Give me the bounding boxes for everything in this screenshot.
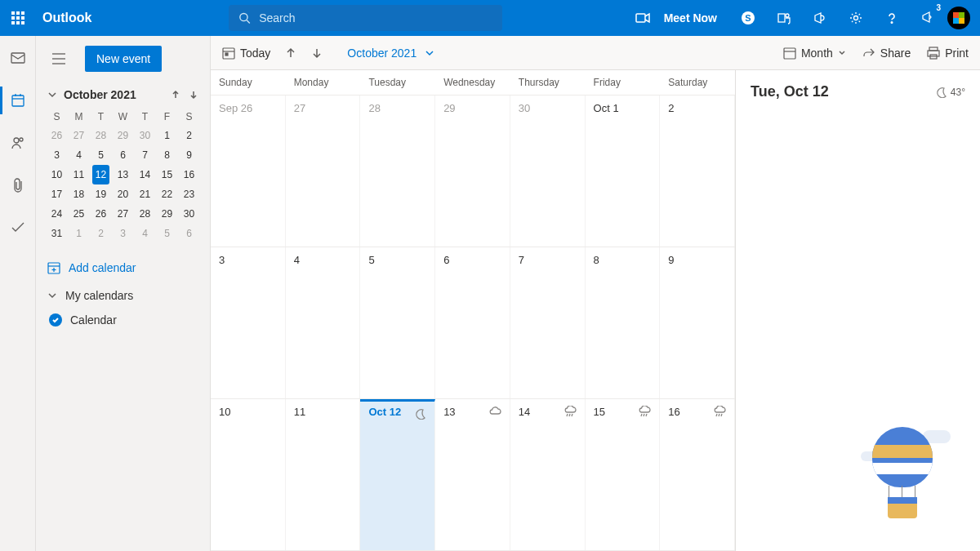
mini-day[interactable]: 28 [90,126,112,145]
day-cell[interactable]: 9 [660,247,735,398]
day-cell[interactable]: 6 [435,247,510,398]
mini-day[interactable]: 2 [90,224,112,243]
day-cell[interactable]: 7 [510,247,586,398]
mini-day[interactable]: 26 [46,126,68,145]
teams-icon[interactable] [766,0,802,36]
mini-day[interactable]: 21 [134,184,156,204]
mini-day[interactable]: 27 [112,204,134,224]
skype-icon[interactable]: S [730,0,766,36]
mini-day[interactable]: 18 [68,184,90,204]
mini-day[interactable]: 3 [112,224,134,243]
rail-files[interactable] [0,175,36,196]
day-cell[interactable]: 14 [510,399,586,550]
day-cell[interactable]: Oct 12 [360,399,435,550]
month-picker[interactable]: October 2021 [347,47,434,60]
hamburger-button[interactable] [46,46,72,72]
print-button[interactable]: Print [927,47,969,60]
day-cell[interactable]: 11 [286,399,361,550]
mini-day[interactable]: 20 [112,184,134,204]
mini-day[interactable]: 22 [156,184,178,204]
account-avatar[interactable] [947,7,970,29]
day-cell[interactable]: 10 [211,399,286,550]
day-cell[interactable]: 15 [586,399,661,550]
search-box[interactable] [229,5,502,31]
day-number: 5 [368,254,374,266]
mini-day[interactable]: 9 [178,145,200,165]
share-button[interactable]: Share [862,47,911,60]
day-cell[interactable]: 4 [286,247,361,398]
mini-day[interactable]: 4 [68,145,90,165]
help-icon[interactable] [874,0,910,36]
notification-icon[interactable]: 3 [910,0,946,36]
day-cell[interactable]: 29 [435,96,510,247]
mini-day[interactable]: 27 [68,126,90,145]
mini-prev-button[interactable] [171,90,180,100]
panel-date: Tue, Oct 12 [751,83,829,100]
mini-day[interactable]: 2 [178,126,200,145]
day-cell[interactable]: 8 [586,247,661,398]
mini-day[interactable]: 14 [134,165,156,184]
meet-now-label[interactable]: Meet Now [664,11,717,24]
mini-day[interactable]: 5 [90,145,112,165]
chevron-down-icon[interactable] [47,90,57,100]
mini-next-button[interactable] [189,90,198,100]
day-number: Oct 1 [594,102,619,114]
mini-day[interactable]: 29 [112,126,134,145]
meet-now-icon[interactable] [625,0,661,36]
mini-day[interactable]: 8 [156,145,178,165]
day-number: 27 [294,102,305,114]
mini-day[interactable]: 30 [134,126,156,145]
mini-day[interactable]: 1 [156,126,178,145]
mini-day[interactable]: 23 [178,184,200,204]
next-button[interactable] [311,47,323,59]
mini-day[interactable]: 4 [134,224,156,243]
rail-calendar[interactable] [0,90,36,111]
calendar-list-item[interactable]: Calendar [46,313,200,327]
day-cell[interactable]: 5 [360,247,435,398]
search-input[interactable] [259,11,492,24]
mini-day[interactable]: 10 [46,165,68,184]
mini-day[interactable]: 24 [46,204,68,224]
today-button[interactable]: Today [222,47,270,60]
mini-day[interactable]: 26 [90,204,112,224]
day-cell[interactable]: 28 [360,96,435,247]
mini-day[interactable]: 25 [68,204,90,224]
rail-todo[interactable] [0,217,36,238]
mini-day[interactable]: 16 [178,165,200,184]
mini-day[interactable]: 15 [156,165,178,184]
day-cell[interactable]: 16 [660,399,735,550]
day-cell[interactable]: Oct 1 [586,96,661,247]
mini-day[interactable]: 12 [92,165,109,184]
my-calendars-header[interactable]: My calendars [46,289,200,302]
mini-day[interactable]: 13 [112,165,134,184]
mini-day[interactable]: 19 [90,184,112,204]
rain-icon [638,406,651,417]
mini-day[interactable]: 17 [46,184,68,204]
prev-button[interactable] [285,47,296,59]
day-cell[interactable]: 27 [286,96,361,247]
day-cell[interactable]: 30 [510,96,586,247]
mini-day[interactable]: 1 [68,224,90,243]
new-event-button[interactable]: New event [85,46,162,72]
day-cell[interactable]: 2 [660,96,735,247]
rail-people[interactable] [0,132,36,153]
day-cell[interactable]: 3 [211,247,286,398]
mini-day[interactable]: 31 [46,224,68,243]
mini-day[interactable]: 11 [68,165,90,184]
mini-day[interactable]: 3 [46,145,68,165]
mini-day[interactable]: 28 [134,204,156,224]
mini-day[interactable]: 6 [178,224,200,243]
day-cell[interactable]: Sep 26 [211,96,286,247]
settings-icon[interactable] [838,0,874,36]
mini-day[interactable]: 7 [134,145,156,165]
whats-new-icon[interactable] [802,0,838,36]
mini-day[interactable]: 29 [156,204,178,224]
day-cell[interactable]: 13 [435,399,510,550]
app-launcher-button[interactable] [0,0,36,36]
mini-day[interactable]: 30 [178,204,200,224]
view-switcher[interactable]: Month [783,47,846,60]
add-calendar-button[interactable]: Add calendar [47,261,200,274]
rail-mail[interactable] [0,47,36,69]
mini-day[interactable]: 6 [112,145,134,165]
mini-day[interactable]: 5 [156,224,178,243]
